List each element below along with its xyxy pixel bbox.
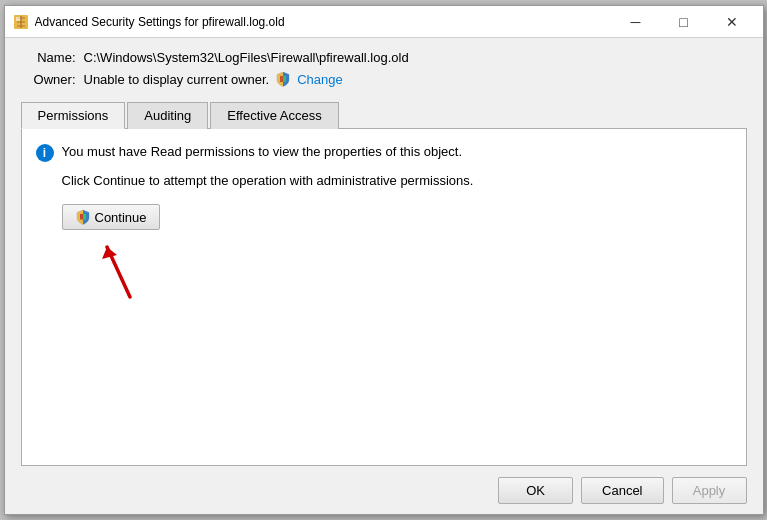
apply-button[interactable]: Apply <box>672 477 747 504</box>
change-link[interactable]: Change <box>297 72 343 87</box>
svg-rect-4 <box>80 214 83 220</box>
info-message: You must have Read permissions to view t… <box>62 143 463 161</box>
info-icon: i <box>36 144 54 162</box>
minimize-button[interactable]: ─ <box>613 7 659 37</box>
shield-icon <box>275 71 291 87</box>
ok-button[interactable]: OK <box>498 477 573 504</box>
window-body: Name: C:\Windows\System32\LogFiles\Firew… <box>5 38 763 466</box>
owner-value-row: Unable to display current owner. Change <box>84 71 343 87</box>
maximize-button[interactable]: □ <box>661 7 707 37</box>
red-arrow-icon <box>92 232 142 302</box>
continue-description: Click Continue to attempt the operation … <box>62 172 732 190</box>
name-field-row: Name: C:\Windows\System32\LogFiles\Firew… <box>21 50 747 65</box>
tab-permissions[interactable]: Permissions <box>21 102 126 129</box>
title-bar: Advanced Security Settings for pfirewall… <box>5 6 763 38</box>
close-button[interactable]: ✕ <box>709 7 755 37</box>
tab-effective-access[interactable]: Effective Access <box>210 102 338 129</box>
tabs-bar: Permissions Auditing Effective Access <box>21 101 747 129</box>
name-label: Name: <box>21 50 76 65</box>
window-controls: ─ □ ✕ <box>613 7 755 37</box>
continue-shield-icon <box>75 209 91 225</box>
owner-field-row: Owner: Unable to display current owner. … <box>21 71 747 87</box>
window-icon <box>13 14 29 30</box>
owner-label: Owner: <box>21 72 76 87</box>
owner-value: Unable to display current owner. <box>84 72 270 87</box>
svg-rect-2 <box>280 76 283 82</box>
svg-rect-1 <box>16 17 20 21</box>
cursor-arrow-container <box>92 232 732 305</box>
cancel-button[interactable]: Cancel <box>581 477 663 504</box>
continue-button-label: Continue <box>95 210 147 225</box>
info-row: i You must have Read permissions to view… <box>36 143 732 162</box>
bottom-bar: OK Cancel Apply <box>5 466 763 514</box>
svg-rect-3 <box>283 76 286 82</box>
svg-rect-5 <box>83 214 86 220</box>
main-window: Advanced Security Settings for pfirewall… <box>4 5 764 515</box>
name-value: C:\Windows\System32\LogFiles\Firewall\pf… <box>84 50 409 65</box>
tab-content-area: i You must have Read permissions to view… <box>21 129 747 466</box>
continue-button[interactable]: Continue <box>62 204 160 230</box>
window-title: Advanced Security Settings for pfirewall… <box>35 15 607 29</box>
tab-auditing[interactable]: Auditing <box>127 102 208 129</box>
